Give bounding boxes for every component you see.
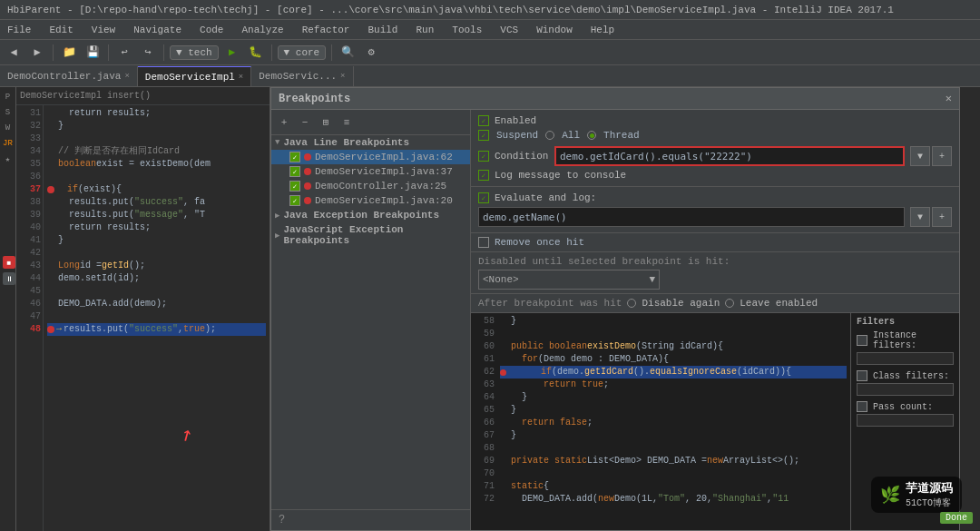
pass-count-input[interactable] [857,414,954,427]
pass-count-checkbox[interactable] [857,401,867,412]
evaluate-checkbox[interactable]: ✓ [478,192,489,203]
condition-add-btn[interactable]: + [932,146,952,166]
toolbar-redo[interactable]: ↪ [138,43,158,63]
tab-democontroller[interactable]: DemoController.java × [0,66,138,86]
menu-analyze[interactable]: Analyze [238,23,287,37]
preview-line-61: for(Demo demo : DEMO_DATA){ [500,353,847,366]
suspend-checkbox[interactable]: ✓ [478,130,489,141]
code-line-41: } [47,234,266,247]
class-filter-label: Class filters: [873,371,949,381]
condition-checkbox[interactable]: ✓ [478,151,489,162]
log-message-checkbox[interactable]: ✓ [478,170,489,181]
disabled-until-row: <None> ▼ [478,270,952,290]
bp-options-section: ✓ Enabled ✓ Suspend All Thread ✓ Co [471,110,959,187]
preview-line-63: return true; [500,379,847,391]
bp-item-democontroller-25[interactable]: ✓ DemoController.java:25 [271,179,470,193]
suspend-row: ✓ Suspend All Thread [478,130,952,141]
instance-filter-checkbox[interactable] [857,335,867,346]
remove-once-checkbox[interactable] [478,237,489,248]
menu-file[interactable]: File [4,23,34,37]
done-badge: Done [940,512,973,524]
bp-group-java-line-header[interactable]: ▼ Java Line Breakpoints [271,135,470,150]
menu-bar: File Edit View Navigate Code Analyze Ref… [0,20,980,40]
bp-item-demoserviceimpl-62[interactable]: ✓ DemoServiceImpl.java:62 [271,150,470,164]
sidebar-favorites-icon[interactable]: ★ [2,152,15,165]
menu-view[interactable]: View [88,23,119,37]
condition-input[interactable] [554,146,905,166]
bp-label-62: DemoServiceImpl.java:62 [315,152,453,162]
toolbar-play[interactable]: ▶ [222,43,242,63]
toolbar-search[interactable]: 🔍 [338,43,358,63]
code-content[interactable]: return results; } // 判断是否存在相同IdCard bool… [44,105,270,531]
current-line-arrow: → [56,323,62,336]
toolbar-tech-badge[interactable]: ▼ tech [170,45,219,60]
disabled-until-label: Disabled until selected breakpoint is hi… [478,256,952,267]
toolbar-debug[interactable]: 🐛 [246,43,266,63]
bp-view-button[interactable]: ⊞ [317,113,335,132]
toolbar-forward[interactable]: ▶ [27,43,47,63]
menu-code[interactable]: Code [196,23,227,37]
toolbar-settings[interactable]: ⚙ [361,43,381,63]
all-radio[interactable] [545,131,554,140]
preview-code-content[interactable]: } public boolean existDemo(String idCard… [496,313,850,530]
menu-run[interactable]: Run [412,23,437,37]
bp-checkbox-20[interactable]: ✓ [289,195,300,206]
disabled-until-select[interactable]: <None> ▼ [478,270,660,290]
menu-window[interactable]: Window [533,23,576,37]
bp-checkbox-62[interactable]: ✓ [289,152,300,162]
stop-btn[interactable]: ■ [3,256,15,269]
toolbar-undo[interactable]: ↩ [114,43,134,63]
bp-item-demoserviceimpl-20[interactable]: ✓ DemoServiceImpl.java:20 [271,193,470,208]
menu-refactor[interactable]: Refactor [299,23,354,37]
disabled-until-section: Disabled until selected breakpoint is hi… [471,252,959,294]
toolbar-save[interactable]: 💾 [83,43,103,63]
toolbar-open[interactable]: 📁 [59,43,79,63]
code-line-33 [47,133,266,145]
toolbar-back[interactable]: ◀ [4,43,24,63]
tab-demoservic[interactable]: DemoServic... × [251,66,353,86]
disable-again-radio[interactable] [627,299,636,308]
menu-edit[interactable]: Edit [45,23,76,37]
sidebar-structure-icon[interactable]: S [2,106,15,119]
menu-navigate[interactable]: Navigate [130,23,185,37]
evaluate-input[interactable] [478,207,905,227]
menu-build[interactable]: Build [364,23,401,37]
bp-remove-button[interactable]: − [296,113,314,132]
pause-btn[interactable]: ⏸ [3,272,15,285]
bp-item-demoserviceimpl-37[interactable]: ✓ DemoServiceImpl.java:37 [271,164,470,179]
pass-count-label: Pass count: [873,402,933,412]
bp-group-js-exception-header[interactable]: ▶ JavaScript Exception Breakpoints [271,222,470,248]
watermark: 🌿 芋道源码 51CTO博客 [871,477,962,513]
dialog-close-button[interactable]: ✕ [946,92,952,105]
condition-history-btn[interactable]: ▼ [910,146,930,166]
enabled-checkbox[interactable]: ✓ [478,115,489,126]
evaluate-history-btn[interactable]: ▼ [910,207,930,227]
side-panel-icons: ■ ⏸ [1,254,17,287]
thread-radio[interactable] [587,131,596,140]
menu-tools[interactable]: Tools [448,23,485,37]
sidebar-web-icon[interactable]: W [2,122,15,134]
toolbar-core-badge[interactable]: ▼ core [278,45,327,60]
help-icon[interactable]: ? [271,509,470,530]
instance-filter-input[interactable] [857,352,954,365]
bp-checkbox-25[interactable]: ✓ [289,181,300,192]
class-filter-input[interactable] [857,383,954,396]
bp-filter-button[interactable]: ≡ [338,113,356,132]
sidebar-project-icon[interactable]: P [2,91,15,103]
menu-help[interactable]: Help [587,23,618,37]
dialog-title-bar: Breakpoints ✕ [271,88,959,110]
menu-vcs[interactable]: VCS [496,23,522,37]
triangle-icon-3: ▶ [275,231,279,241]
suspend-label: Suspend [496,130,538,141]
bp-checkbox-37[interactable]: ✓ [289,166,300,177]
evaluate-add-btn[interactable]: + [932,207,952,227]
toolbar: ◀ ▶ 📁 💾 ↩ ↪ ▼ tech ▶ 🐛 ▼ core 🔍 ⚙ [0,40,980,65]
bp-list-toolbar: + − ⊞ ≡ [271,110,470,135]
tab-demoserviceimpl[interactable]: DemoServiceImpl × [138,66,251,86]
leave-enabled-radio[interactable] [725,299,734,308]
sidebar-rebel-icon[interactable]: JR [2,137,15,150]
code-line-45 [47,285,266,298]
bp-group-java-exception-header[interactable]: ▶ Java Exception Breakpoints [271,208,470,222]
bp-add-button[interactable]: + [275,113,293,132]
class-filter-checkbox[interactable] [857,370,867,381]
